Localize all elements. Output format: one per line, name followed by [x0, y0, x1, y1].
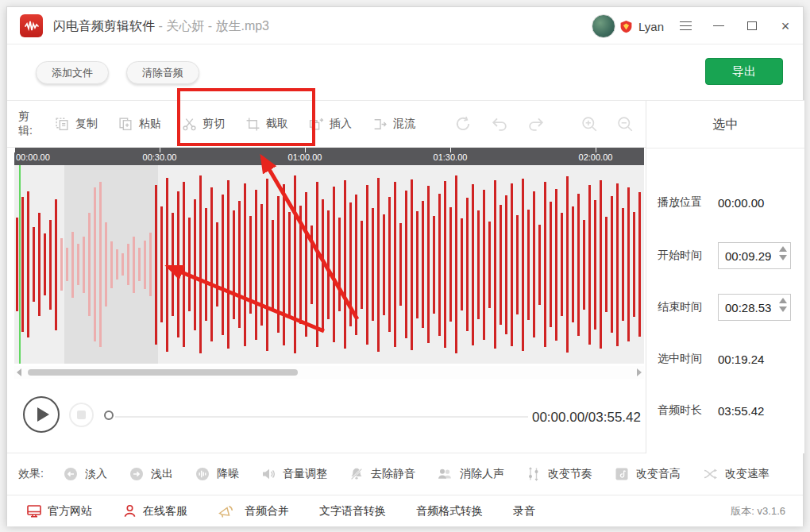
insert-icon	[309, 117, 324, 132]
app-window: 闪电音频剪辑软件 - 关心妍 - 放生.mp3 Lyan × 添加文件 清除音频…	[6, 6, 804, 526]
fade-out-button[interactable]: 浅出	[129, 466, 173, 482]
insert-label: 插入	[330, 117, 352, 131]
seek-track[interactable]	[115, 416, 528, 418]
change-pitch-label: 改变音高	[636, 467, 681, 481]
tempo-icon	[526, 466, 542, 482]
cut-button[interactable]: 剪切	[182, 117, 225, 132]
crop-button[interactable]: 截取	[245, 117, 288, 132]
zoom-out-icon[interactable]	[616, 115, 634, 133]
remove-silence-button[interactable]: 去除静音	[349, 466, 415, 482]
official-website-label: 官方网站	[48, 504, 92, 519]
zoom-in-icon[interactable]	[580, 115, 599, 133]
audio-duration-row: 音频时长 03:55.42	[646, 396, 804, 425]
timeline-ruler[interactable]: 00:00.00 00:30.00 01:00.00 01:30.00 02:0…	[14, 148, 644, 165]
crop-label: 截取	[266, 117, 288, 131]
insert-button[interactable]: 插入	[309, 117, 352, 132]
text-to-speech-label: 文字语音转换	[319, 504, 386, 519]
audio-merge-link[interactable]: 音频合并	[218, 503, 289, 519]
change-pitch-button[interactable]: 改变音高	[614, 466, 681, 482]
scroll-left-icon[interactable]	[17, 368, 21, 376]
file-name: - 关心妍 - 放生.mp3	[155, 19, 269, 33]
selected-duration-row: 选中时间 00:19.24	[646, 345, 804, 373]
play-position-value: 00:00.00	[718, 196, 764, 210]
end-time-stepper[interactable]	[779, 298, 787, 312]
end-time-label: 结束时间	[658, 300, 718, 314]
user-area[interactable]: Lyan	[592, 13, 664, 39]
seek-thumb[interactable]	[104, 411, 114, 420]
scissors-icon	[182, 117, 197, 132]
online-service-label: 在线客服	[143, 504, 187, 519]
denoise-label: 降噪	[217, 467, 239, 481]
remove-silence-label: 去除静音	[371, 467, 415, 481]
mute-bell-icon	[349, 466, 364, 482]
window-controls: ×	[679, 7, 792, 44]
fade-in-label: 淡入	[85, 467, 107, 481]
avatar[interactable]	[592, 14, 615, 38]
time-display: 00:00.00/03:55.42	[532, 382, 641, 453]
start-time-stepper[interactable]	[779, 246, 787, 260]
horn-icon	[218, 503, 234, 519]
play-position-label: 播放位置	[658, 195, 718, 210]
waveform-scrollbar[interactable]	[14, 366, 644, 379]
play-icon	[37, 407, 49, 422]
selected-duration-label: 选中时间	[658, 352, 718, 366]
export-button[interactable]: 导出	[705, 58, 783, 85]
close-icon[interactable]: ×	[779, 20, 792, 33]
person-icon	[122, 503, 137, 519]
scroll-right-icon[interactable]	[637, 368, 642, 376]
text-to-speech-link[interactable]: 文字语音转换	[319, 504, 386, 519]
denoise-icon	[195, 466, 210, 482]
add-file-button[interactable]: 添加文件	[36, 61, 109, 84]
audio-duration-label: 音频时长	[658, 403, 718, 418]
loop-icon[interactable]	[453, 114, 472, 133]
mix-icon	[372, 117, 388, 132]
selection-panel-title: 选中	[646, 101, 804, 148]
waveform-canvas[interactable]	[14, 165, 644, 364]
fade-in-button[interactable]: 淡入	[63, 466, 107, 482]
record-link[interactable]: 录音	[513, 504, 535, 519]
copy-label: 复制	[75, 117, 98, 131]
copy-button[interactable]: 复制	[55, 117, 98, 132]
tick-label: 01:30.00	[422, 152, 478, 162]
selection-panel: 选中 播放位置 00:00.00 开始时间 结束时间 选中时间 00:19.24…	[646, 100, 804, 453]
format-convert-label: 音频格式转换	[416, 504, 483, 519]
window-title: 闪电音频剪辑软件 - 关心妍 - 放生.mp3	[53, 7, 269, 44]
minimize-icon[interactable]	[712, 20, 725, 33]
tick-label: 00:00.00	[16, 152, 71, 162]
stop-button[interactable]	[69, 403, 94, 427]
fade-out-icon	[129, 466, 145, 482]
pitch-icon	[614, 466, 630, 482]
main-toolbar: 添加文件 清除音频 导出	[7, 44, 803, 100]
copy-icon	[55, 117, 70, 132]
change-speed-button[interactable]: 改变速率	[702, 466, 770, 482]
paste-button[interactable]: 粘贴	[118, 117, 161, 132]
undo-icon[interactable]	[490, 114, 509, 133]
change-tempo-button[interactable]: 改变节奏	[526, 466, 592, 482]
start-time-label: 开始时间	[658, 249, 718, 263]
record-label: 录音	[513, 504, 535, 519]
remove-vocals-button[interactable]: 消除人声	[437, 466, 504, 482]
playhead[interactable]	[19, 165, 21, 364]
effects-bar: 效果: 淡入 浅出 降噪 音量调整 去除静音 消除人声 改变节奏	[7, 453, 803, 495]
vip-badge-icon	[619, 20, 633, 33]
play-button[interactable]	[23, 396, 60, 433]
title-bar: 闪电音频剪辑软件 - 关心妍 - 放生.mp3 Lyan ×	[7, 7, 803, 44]
vocals-icon	[437, 466, 453, 482]
format-convert-link[interactable]: 音频格式转换	[416, 504, 483, 519]
online-service-link[interactable]: 在线客服	[122, 503, 187, 519]
effects-label: 效果:	[18, 467, 44, 481]
official-website-link[interactable]: 官方网站	[26, 503, 92, 519]
volume-icon	[260, 466, 276, 482]
redo-icon[interactable]	[526, 114, 546, 133]
mix-button[interactable]: 混流	[372, 117, 415, 132]
menu-icon[interactable]	[679, 20, 692, 33]
denoise-button[interactable]: 降噪	[195, 466, 239, 482]
volume-adjust-button[interactable]: 音量调整	[260, 466, 327, 482]
remove-vocals-label: 消除人声	[460, 467, 504, 481]
maximize-icon[interactable]	[746, 20, 758, 33]
username: Lyan	[638, 20, 664, 33]
audio-merge-label: 音频合并	[245, 504, 289, 519]
scrollbar-thumb[interactable]	[28, 369, 298, 376]
clear-audio-button[interactable]: 清除音频	[126, 61, 199, 84]
paste-label: 粘贴	[139, 117, 161, 131]
